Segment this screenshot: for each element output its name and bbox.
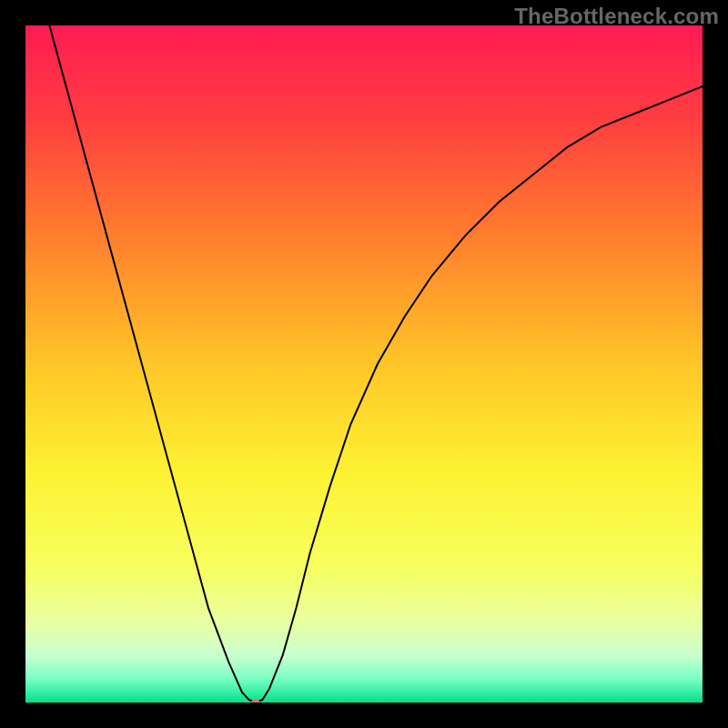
chart-svg [25,25,703,703]
plot-area [25,25,703,703]
chart-frame: TheBottleneck.com [0,0,728,728]
watermark-text: TheBottleneck.com [514,4,719,29]
